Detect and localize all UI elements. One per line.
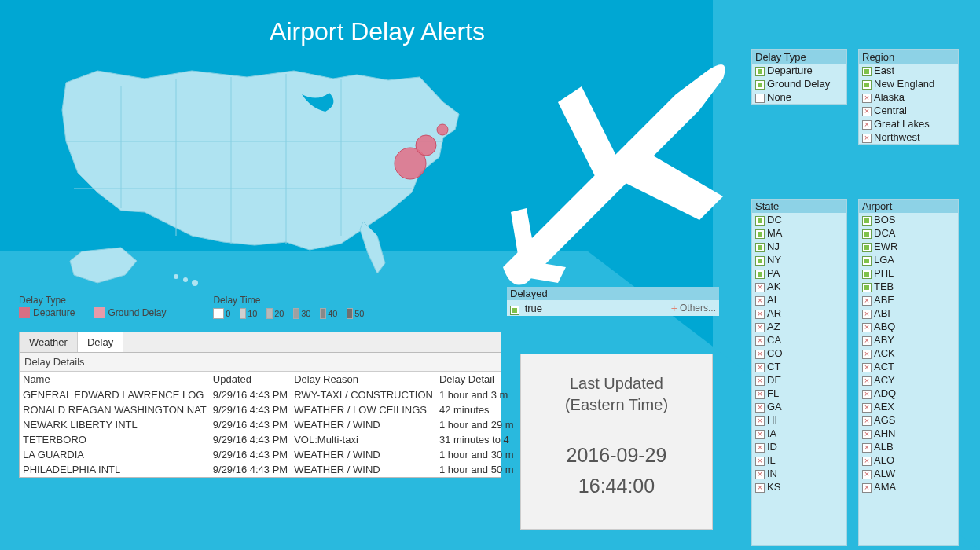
panel-caption: Delay Details — [20, 353, 501, 372]
filter-state-option-label: NJ — [767, 240, 780, 252]
filter-airport-option[interactable]: ACY — [859, 373, 958, 387]
filter-state-option[interactable]: CT — [752, 360, 846, 373]
filter-airport-option-label: EWR — [874, 240, 897, 252]
table-row[interactable]: RONALD REAGAN WASHINGTON NAT9/29/16 4:43… — [20, 402, 517, 417]
filter-airport-option[interactable]: PHL — [859, 266, 958, 280]
last-updated-card: Last Updated (Eastern Time) 2016-09-29 1… — [520, 354, 713, 530]
filter-airport-option[interactable]: ABI — [859, 306, 958, 320]
filter-airport-option[interactable]: ACK — [859, 346, 958, 360]
column-header[interactable]: Delay Detail — [436, 372, 517, 387]
cell-name: TETERBORO — [20, 432, 210, 447]
filter-airport-option-label: ABY — [874, 334, 894, 346]
filter-airport-option[interactable]: ALW — [859, 467, 958, 480]
tab-weather[interactable]: Weather — [20, 332, 78, 352]
filter-state-option[interactable]: AK — [752, 280, 846, 293]
filter-region-option[interactable]: Great Lakes — [859, 117, 958, 130]
cell-reason: VOL:Multi-taxi — [291, 432, 436, 447]
checkbox-icon — [755, 310, 765, 319]
checkbox-icon — [862, 216, 872, 226]
filter-airport-option[interactable]: TEB — [859, 280, 958, 293]
filter-airport-option-label: ADQ — [874, 387, 896, 399]
filter-state-option[interactable]: FL — [752, 387, 846, 400]
table-row[interactable]: TETERBORO9/29/16 4:43 PMVOL:Multi-taxi31… — [20, 432, 517, 447]
filter-airport-option[interactable]: DCA — [859, 226, 958, 240]
filter-state-option[interactable]: NY — [752, 253, 846, 266]
filter-state-option[interactable]: DE — [752, 373, 846, 387]
filter-state-option[interactable]: HI — [752, 413, 846, 427]
column-header[interactable]: Name — [20, 372, 210, 387]
column-header[interactable]: Delay Reason — [291, 372, 436, 387]
filter-region-option[interactable]: New England — [859, 77, 958, 90]
filter-airport-option-label: AHN — [874, 427, 895, 439]
filter-state-option[interactable]: MA — [752, 226, 846, 240]
filter-region-option[interactable]: Northwest — [859, 130, 958, 144]
filter-airport-option[interactable]: AHN — [859, 427, 958, 440]
delayed-filter-value-row[interactable]: true — [510, 302, 542, 314]
usa-map[interactable] — [19, 47, 490, 291]
filter-airport-option-label: ABI — [874, 307, 890, 319]
checkbox-icon — [755, 216, 765, 226]
filter-state-option-label: CT — [767, 361, 780, 372]
filter-delay-type-option-label: Departure — [767, 64, 813, 76]
filter-state-option[interactable]: AL — [752, 293, 846, 306]
checkbox-icon — [510, 306, 519, 315]
filter-airport-option[interactable]: EWR — [859, 240, 958, 253]
filter-airport-option[interactable]: LGA — [859, 253, 958, 266]
filter-airport-option[interactable]: ALO — [859, 453, 958, 467]
filter-airport-option[interactable]: ABE — [859, 293, 958, 306]
filter-state-option-label: AZ — [767, 321, 780, 332]
filter-delay-type-option[interactable]: None — [752, 90, 846, 104]
delay-table: NameUpdatedDelay ReasonDelay Detail GENE… — [20, 372, 517, 477]
filter-state-option[interactable]: IL — [752, 453, 846, 467]
legend-delay-time: 01020304050 — [213, 307, 372, 320]
filter-airport-option[interactable]: AMA — [859, 480, 958, 493]
last-updated-time: 16:44:00 — [578, 475, 655, 497]
map-delay-bubble[interactable] — [416, 135, 436, 156]
filter-airport-option[interactable]: BOS — [859, 213, 958, 226]
checkbox-icon — [862, 430, 872, 439]
checkbox-icon — [755, 363, 765, 372]
filter-region-option[interactable]: Central — [859, 104, 958, 117]
filter-region-option[interactable]: East — [859, 64, 958, 77]
filter-airport-option[interactable]: ABY — [859, 333, 958, 346]
table-row[interactable]: PHILADELPHIA INTL9/29/16 4:43 PMWEATHER … — [20, 462, 517, 477]
table-row[interactable]: GENERAL EDWARD LAWRENCE LOG9/29/16 4:43 … — [20, 387, 517, 403]
filter-region-option[interactable]: Alaska — [859, 90, 958, 104]
delayed-filter-others-label: Others... — [680, 302, 716, 314]
delayed-filter-add-others[interactable]: + Others... — [671, 302, 716, 314]
filter-airport-option-label: LGA — [874, 254, 894, 266]
filter-state-option[interactable]: CO — [752, 346, 846, 360]
map-panel: Delay Type Departure Ground Delay Delay … — [19, 47, 506, 326]
filter-state-option[interactable]: ID — [752, 440, 846, 453]
delayed-filter-value: true — [525, 302, 542, 314]
filter-state-option[interactable]: IN — [752, 467, 846, 480]
filter-state-option[interactable]: KS — [752, 480, 846, 493]
filter-state-option[interactable]: AR — [752, 306, 846, 320]
table-row[interactable]: LA GUARDIA9/29/16 4:43 PMWEATHER / WIND1… — [20, 447, 517, 462]
filter-state-option[interactable]: CA — [752, 333, 846, 346]
filter-airport-option[interactable]: ACT — [859, 360, 958, 373]
checkbox-icon — [862, 229, 872, 239]
filter-state-option[interactable]: NJ — [752, 240, 846, 253]
filter-airport-option[interactable]: AEX — [859, 400, 958, 413]
filter-state-option-label: IL — [767, 454, 776, 466]
map-delay-bubble[interactable] — [437, 124, 448, 135]
filter-state-option[interactable]: AZ — [752, 320, 846, 333]
filter-state-option[interactable]: GA — [752, 400, 846, 413]
svg-point-1 — [183, 277, 188, 282]
filter-state-option[interactable]: DC — [752, 213, 846, 226]
checkbox-icon — [862, 390, 872, 399]
filter-airport-option[interactable]: ADQ — [859, 387, 958, 400]
filter-airport-option[interactable]: ALB — [859, 440, 958, 453]
filter-airport-option[interactable]: AGS — [859, 413, 958, 427]
column-header[interactable]: Updated — [210, 372, 291, 387]
filter-delay-type-option[interactable]: Departure — [752, 64, 846, 77]
tab-delay[interactable]: Delay — [78, 332, 123, 352]
filter-state-option-label: IN — [767, 468, 777, 479]
filter-delay-type-option[interactable]: Ground Delay — [752, 77, 846, 90]
table-row[interactable]: NEWARK LIBERTY INTL9/29/16 4:43 PMWEATHE… — [20, 417, 517, 432]
checkbox-icon — [755, 376, 765, 386]
filter-airport-option[interactable]: ABQ — [859, 320, 958, 333]
filter-state-option[interactable]: IA — [752, 427, 846, 440]
filter-state-option[interactable]: PA — [752, 266, 846, 280]
